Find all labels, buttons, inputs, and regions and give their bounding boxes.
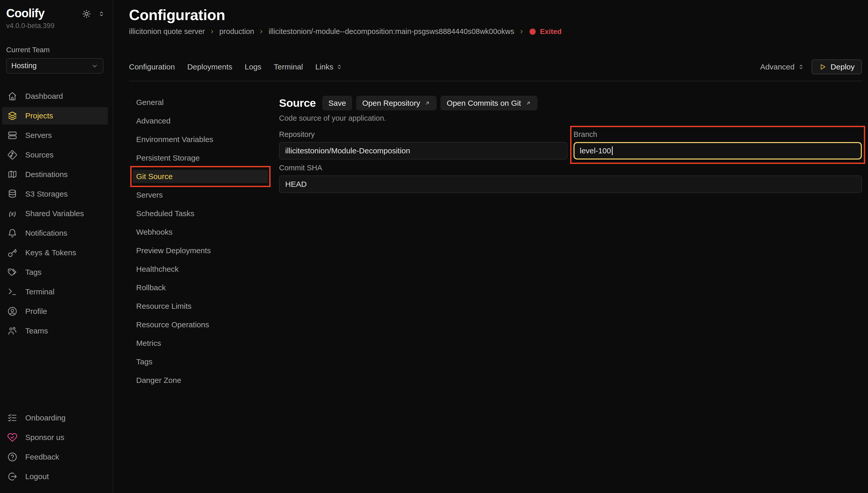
subnav-item-persistent-storage[interactable]: Persistent Storage: [132, 151, 268, 165]
server-icon: [7, 130, 18, 141]
divider: [129, 81, 862, 81]
tab-configuration[interactable]: Configuration: [129, 63, 175, 71]
commit-sha-input[interactable]: [279, 175, 862, 193]
sidebar-item-feedback[interactable]: Feedback: [2, 448, 108, 466]
advanced-label: Advanced: [760, 63, 795, 71]
sidebar-item-tags[interactable]: Tags: [2, 263, 108, 281]
annotation-box-git-source: Git Source: [130, 166, 271, 187]
main-area: Configuration illicitonion quote server …: [113, 0, 868, 493]
sidebar-item-label: Tags: [25, 268, 41, 277]
tab-terminal[interactable]: Terminal: [274, 63, 303, 71]
subnav-item-scheduled-tasks[interactable]: Scheduled Tasks: [132, 207, 268, 220]
subnav-item-resource-limits[interactable]: Resource Limits: [132, 300, 268, 313]
sidebar-item-logout[interactable]: Logout: [2, 468, 108, 485]
help-icon: [7, 452, 18, 462]
subnav-item-servers[interactable]: Servers: [132, 188, 268, 202]
unfold-icon: [336, 64, 343, 70]
subnav-item-healthcheck[interactable]: Healthcheck: [132, 262, 268, 276]
sidebar-item-sponsor[interactable]: Sponsor us: [2, 429, 108, 446]
sidebar-item-keys-tokens[interactable]: Keys & Tokens: [2, 244, 108, 261]
commit-sha-field-group: Commit SHA: [279, 164, 862, 193]
text-caret: [612, 146, 613, 155]
sidebar-item-label: Feedback: [25, 453, 59, 462]
source-description: Code source of your application.: [279, 114, 862, 123]
subnav-item-metrics[interactable]: Metrics: [132, 337, 268, 350]
sidebar-item-dashboard[interactable]: Dashboard: [2, 87, 108, 105]
breadcrumb-environment[interactable]: production: [219, 27, 254, 36]
external-link-icon: [525, 100, 531, 106]
deploy-button[interactable]: Deploy: [812, 60, 862, 74]
deploy-label: Deploy: [831, 63, 854, 71]
save-button[interactable]: Save: [322, 96, 352, 110]
tab-links[interactable]: Links: [315, 63, 343, 71]
repository-label: Repository: [279, 130, 567, 139]
sidebar-item-label: Teams: [25, 326, 48, 335]
sidebar-item-label: Dashboard: [25, 92, 63, 101]
sidebar-item-label: Projects: [25, 111, 53, 120]
theme-sun-icon[interactable]: [82, 9, 91, 19]
play-icon: [819, 63, 827, 71]
map-icon: [7, 169, 18, 179]
sidebar-item-destinations[interactable]: Destinations: [2, 166, 108, 183]
sidebar-item-profile[interactable]: Profile: [2, 303, 108, 320]
source-panel: Source Save Open Repository Open Commits…: [279, 96, 862, 193]
subnav-item-advanced[interactable]: Advanced: [132, 114, 268, 128]
sidebar-item-label: Sponsor us: [25, 433, 64, 442]
repository-field-group: Repository: [279, 130, 567, 159]
variables-icon: (x): [7, 209, 18, 219]
subnav-item-preview-deployments[interactable]: Preview Deployments: [132, 244, 268, 257]
tab-bar: Configuration Deployments Logs Terminal …: [129, 60, 862, 74]
sidebar-item-sources[interactable]: Sources: [2, 146, 108, 164]
subnav-item-environment-variables[interactable]: Environment Variables: [132, 133, 268, 146]
sidebar-item-terminal[interactable]: Terminal: [2, 283, 108, 301]
sidebar-item-shared-variables[interactable]: (x) Shared Variables: [2, 205, 108, 222]
subnav-item-resource-operations[interactable]: Resource Operations: [132, 318, 268, 331]
git-source-icon: [7, 150, 18, 160]
sidebar-item-label: Shared Variables: [25, 209, 84, 218]
source-title: Source: [279, 97, 316, 109]
sidebar-item-notifications[interactable]: Notifications: [2, 224, 108, 242]
open-commits-label: Open Commits on Git: [447, 99, 521, 108]
open-commits-button[interactable]: Open Commits on Git: [441, 96, 537, 110]
heart-icon: [7, 432, 18, 443]
branch-label: Branch: [573, 130, 862, 139]
breadcrumb: illicitonion quote server production ill…: [129, 27, 862, 36]
sidebar-item-label: Sources: [25, 151, 54, 159]
breadcrumb-project[interactable]: illicitonion quote server: [129, 27, 205, 36]
advanced-menu[interactable]: Advanced: [760, 63, 804, 71]
status-badge: Exited: [529, 27, 562, 36]
unfold-icon: [798, 64, 804, 70]
subnav-item-tags[interactable]: Tags: [132, 355, 268, 368]
status-label: Exited: [540, 27, 562, 36]
sidebar-item-s3-storages[interactable]: S3 Storages: [2, 185, 108, 203]
subnav-item-rollback[interactable]: Rollback: [132, 281, 268, 294]
app-logo: Coolify: [6, 7, 44, 20]
theme-unfold-icon[interactable]: [98, 10, 105, 18]
branch-input[interactable]: level-100: [573, 142, 862, 159]
team-select[interactable]: Hosting: [6, 58, 104, 73]
chevron-right-icon: [209, 28, 215, 35]
chevron-down-icon: [91, 62, 98, 69]
profile-icon: [7, 306, 18, 317]
terminal-icon: [7, 287, 18, 297]
checklist-icon: [7, 413, 18, 423]
subnav-item-git-source[interactable]: Git Source: [132, 170, 268, 183]
tab-deployments[interactable]: Deployments: [187, 63, 232, 71]
subnav-item-general[interactable]: General: [132, 96, 268, 109]
subnav-item-danger-zone[interactable]: Danger Zone: [132, 373, 268, 387]
sidebar-item-onboarding[interactable]: Onboarding: [2, 409, 108, 427]
bell-icon: [7, 228, 18, 238]
repository-input[interactable]: [279, 142, 567, 159]
sidebar-item-servers[interactable]: Servers: [2, 127, 108, 144]
chevron-right-icon: [258, 28, 264, 35]
sidebar-item-teams[interactable]: Teams: [2, 322, 108, 340]
teams-icon: [7, 326, 18, 336]
breadcrumb-application[interactable]: illicitestonion/-module--decomposition:m…: [269, 27, 514, 36]
open-repository-button[interactable]: Open Repository: [356, 96, 437, 110]
tab-logs[interactable]: Logs: [245, 63, 261, 71]
coolify-app: Coolify v4.0.0-beta.399 Current Team Hos…: [0, 0, 868, 493]
sidebar-item-projects[interactable]: Projects: [2, 107, 108, 125]
config-subnav: General Advanced Environment Variables P…: [132, 96, 268, 392]
annotation-box-branch: Branch level-100: [570, 126, 865, 164]
subnav-item-webhooks[interactable]: Webhooks: [132, 226, 268, 239]
